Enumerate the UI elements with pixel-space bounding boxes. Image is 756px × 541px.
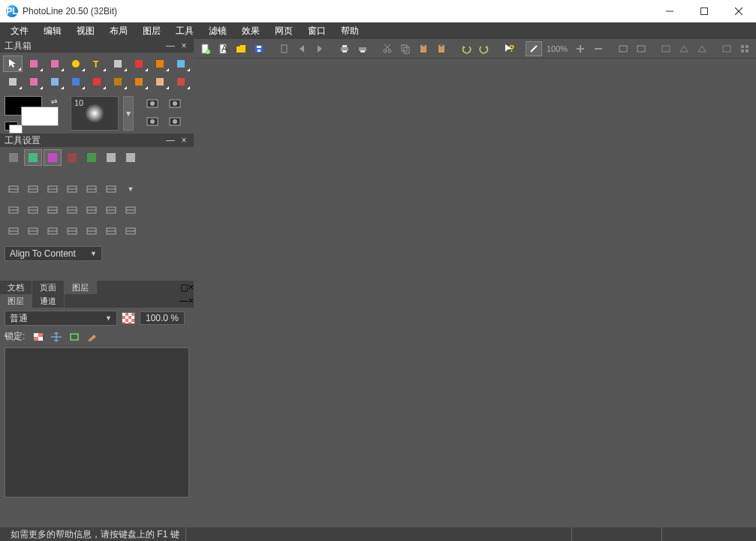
align-mode-dropdown[interactable]: Align To Content ▼ <box>5 246 102 261</box>
zoom-out-icon[interactable] <box>590 41 607 56</box>
panel-close-icon[interactable]: × <box>188 296 194 306</box>
color-swatches[interactable]: ⇄ <box>5 96 66 131</box>
pencil-icon[interactable] <box>150 56 170 72</box>
dist-3-icon[interactable] <box>44 202 62 218</box>
cursor-icon[interactable] <box>3 56 23 72</box>
lock-all-icon[interactable] <box>86 332 98 342</box>
panel-restore-icon[interactable]: ▢ <box>180 282 188 293</box>
opt6-icon[interactable] <box>102 149 120 166</box>
img2-icon[interactable] <box>633 41 649 56</box>
panel-minimize-icon[interactable]: — <box>165 135 176 146</box>
brush-dropdown-icon[interactable]: ▾ <box>123 96 134 131</box>
tab-文档[interactable]: 文档 <box>0 281 32 295</box>
wand-icon[interactable] <box>24 74 44 90</box>
bucket-icon[interactable] <box>87 74 107 90</box>
paste-icon[interactable] <box>415 41 432 56</box>
next-icon[interactable] <box>312 41 328 56</box>
fx1-icon[interactable] <box>658 41 674 56</box>
color-mgmt-icon[interactable] <box>526 41 542 56</box>
space-1-icon[interactable] <box>5 223 23 239</box>
transparency-toggle-icon[interactable] <box>122 312 135 324</box>
dist-2-icon[interactable] <box>24 202 42 218</box>
img1-icon[interactable] <box>615 41 631 56</box>
open-icon[interactable] <box>233 41 249 56</box>
opt1-icon[interactable] <box>5 149 23 166</box>
stamp-icon[interactable] <box>108 74 128 90</box>
gradient-icon[interactable] <box>66 74 86 90</box>
close-button[interactable] <box>721 0 756 23</box>
prev-icon[interactable] <box>294 41 310 56</box>
dist-4-icon[interactable] <box>63 202 81 218</box>
circle-fill-icon[interactable] <box>66 56 86 72</box>
menu-窗口[interactable]: 窗口 <box>300 23 333 39</box>
new-doc-icon[interactable] <box>197 41 213 56</box>
space-2-icon[interactable] <box>24 223 42 239</box>
tab-页面[interactable]: 页面 <box>32 281 65 295</box>
mask3-icon[interactable] <box>143 114 162 129</box>
chevron-down-icon[interactable]: ▼ <box>122 181 140 197</box>
preview-icon[interactable] <box>354 41 371 56</box>
eyedropper-icon[interactable] <box>45 74 65 90</box>
tab-图层[interactable]: 图层 <box>65 281 97 295</box>
menu-文件[interactable]: 文件 <box>3 23 36 39</box>
minimize-button[interactable] <box>652 0 687 23</box>
win2-icon[interactable] <box>736 41 753 56</box>
new-text-icon[interactable]: A <box>215 41 231 56</box>
redo-icon[interactable] <box>476 41 492 56</box>
menu-帮助[interactable]: 帮助 <box>333 23 366 39</box>
page-icon[interactable] <box>276 41 292 56</box>
lasso-icon[interactable] <box>24 56 44 72</box>
align-hcenter-icon[interactable] <box>24 181 42 197</box>
zoom-label[interactable]: 100% <box>544 44 571 53</box>
menu-效果[interactable]: 效果 <box>234 23 267 39</box>
opt2-icon[interactable] <box>24 149 42 166</box>
brush-preview[interactable]: 10 <box>71 96 119 131</box>
marquee-icon[interactable] <box>45 56 65 72</box>
cut-icon[interactable] <box>379 41 396 56</box>
crop-icon[interactable] <box>108 56 128 72</box>
space-4-icon[interactable] <box>63 223 81 239</box>
menu-图层[interactable]: 图层 <box>135 23 168 39</box>
undo-icon[interactable] <box>458 41 474 56</box>
eraser-icon[interactable] <box>171 56 191 72</box>
dist-6-icon[interactable] <box>102 202 120 218</box>
swap-colors-icon[interactable]: ⇄ <box>51 98 57 106</box>
smudge-icon[interactable] <box>129 74 149 90</box>
maximize-button[interactable] <box>687 0 721 23</box>
background-color[interactable] <box>21 107 59 126</box>
menu-编辑[interactable]: 编辑 <box>36 23 69 39</box>
align-vcenter-icon[interactable] <box>83 181 101 197</box>
copy-icon[interactable] <box>397 41 414 56</box>
opt3-icon[interactable] <box>44 149 62 166</box>
align-top-icon[interactable] <box>63 181 81 197</box>
help-icon[interactable]: ? <box>501 41 517 56</box>
fx3-icon[interactable] <box>694 41 710 56</box>
print-icon[interactable] <box>336 41 353 56</box>
subtab-图层[interactable]: 图层 <box>0 294 32 308</box>
win1-icon[interactable] <box>718 41 735 56</box>
zoom-in-icon[interactable] <box>572 41 589 56</box>
space-3-icon[interactable] <box>44 223 62 239</box>
blend-mode-dropdown[interactable]: 普通 ▼ <box>5 311 117 326</box>
menu-视图[interactable]: 视图 <box>69 23 102 39</box>
menu-网页[interactable]: 网页 <box>267 23 300 39</box>
panel-minimize-icon[interactable]: — <box>165 41 176 51</box>
mask1-icon[interactable] <box>143 96 162 111</box>
space-7-icon[interactable] <box>122 223 140 239</box>
dist-7-icon[interactable] <box>122 202 140 218</box>
dist-5-icon[interactable] <box>83 202 101 218</box>
dist-1-icon[interactable] <box>5 202 23 218</box>
mask2-icon[interactable] <box>165 96 185 111</box>
fx2-icon[interactable] <box>676 41 692 56</box>
opt5-icon[interactable] <box>83 149 101 166</box>
align-bottom-icon[interactable] <box>102 181 120 197</box>
layer-list[interactable] <box>5 347 189 497</box>
panel-close-icon[interactable]: × <box>179 41 189 51</box>
align-left-icon[interactable] <box>5 181 23 197</box>
opacity-input[interactable]: 100.0 % <box>140 311 185 325</box>
hand-icon[interactable] <box>150 74 170 90</box>
mask4-icon[interactable] <box>165 114 185 129</box>
opt4-icon[interactable] <box>63 149 81 166</box>
subtab-通道[interactable]: 通道 <box>32 294 65 308</box>
panel-close-icon[interactable]: × <box>188 282 194 293</box>
